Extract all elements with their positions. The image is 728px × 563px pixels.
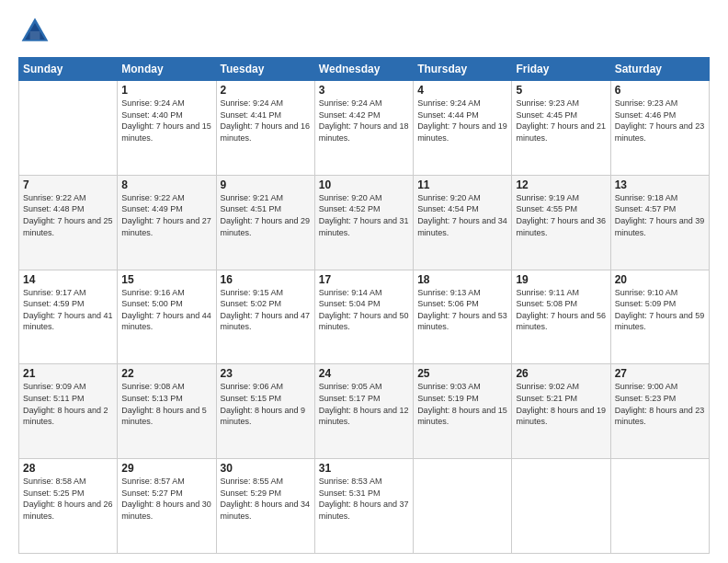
day-number: 31 — [319, 462, 409, 475]
calendar-week-row: 21Sunrise: 9:09 AMSunset: 5:11 PMDayligh… — [19, 364, 710, 459]
calendar-day-cell: 21Sunrise: 9:09 AMSunset: 5:11 PMDayligh… — [19, 364, 118, 459]
calendar-day-cell: 12Sunrise: 9:19 AMSunset: 4:55 PMDayligh… — [512, 175, 610, 270]
day-info: Sunrise: 9:17 AMSunset: 4:59 PMDaylight:… — [23, 287, 113, 333]
weekday-header-sunday: Sunday — [19, 58, 118, 81]
day-number: 17 — [319, 273, 409, 286]
day-number: 26 — [516, 367, 606, 380]
calendar-day-cell: 6Sunrise: 9:23 AMSunset: 4:46 PMDaylight… — [610, 81, 709, 176]
calendar-week-row: 14Sunrise: 9:17 AMSunset: 4:59 PMDayligh… — [19, 270, 710, 364]
day-info: Sunrise: 9:03 AMSunset: 5:19 PMDaylight:… — [417, 381, 507, 427]
day-number: 8 — [121, 178, 211, 191]
day-info: Sunrise: 9:20 AMSunset: 4:52 PMDaylight:… — [319, 192, 409, 238]
calendar-day-cell: 20Sunrise: 9:10 AMSunset: 5:09 PMDayligh… — [610, 270, 709, 364]
day-info: Sunrise: 9:24 AMSunset: 4:42 PMDaylight:… — [319, 98, 409, 144]
day-info: Sunrise: 9:24 AMSunset: 4:41 PMDaylight:… — [221, 98, 311, 144]
calendar-day-cell: 8Sunrise: 9:22 AMSunset: 4:49 PMDaylight… — [118, 175, 216, 270]
calendar-day-cell: 25Sunrise: 9:03 AMSunset: 5:19 PMDayligh… — [414, 364, 512, 459]
day-number: 15 — [121, 273, 211, 286]
day-info: Sunrise: 9:24 AMSunset: 4:44 PMDaylight:… — [417, 98, 507, 144]
day-number: 13 — [615, 178, 705, 191]
day-info: Sunrise: 9:22 AMSunset: 4:49 PMDaylight:… — [121, 192, 211, 238]
calendar-table: SundayMondayTuesdayWednesdayThursdayFrid… — [18, 57, 710, 554]
calendar-day-cell: 4Sunrise: 9:24 AMSunset: 4:44 PMDaylight… — [414, 81, 512, 176]
day-number: 9 — [221, 178, 311, 191]
calendar-day-cell: 24Sunrise: 9:05 AMSunset: 5:17 PMDayligh… — [314, 364, 413, 459]
calendar-day-cell: 2Sunrise: 9:24 AMSunset: 4:41 PMDaylight… — [216, 81, 314, 176]
day-info: Sunrise: 8:55 AMSunset: 5:29 PMDaylight:… — [221, 476, 311, 522]
calendar-day-cell: 10Sunrise: 9:20 AMSunset: 4:52 PMDayligh… — [314, 175, 413, 270]
calendar-empty-cell — [512, 459, 610, 554]
day-number: 12 — [516, 178, 606, 191]
day-info: Sunrise: 9:16 AMSunset: 5:00 PMDaylight:… — [121, 287, 211, 333]
calendar-week-row: 1Sunrise: 9:24 AMSunset: 4:40 PMDaylight… — [19, 81, 710, 176]
day-info: Sunrise: 9:05 AMSunset: 5:17 PMDaylight:… — [319, 381, 409, 427]
calendar-week-row: 28Sunrise: 8:58 AMSunset: 5:25 PMDayligh… — [19, 459, 710, 554]
day-info: Sunrise: 9:00 AMSunset: 5:23 PMDaylight:… — [615, 381, 705, 427]
day-number: 22 — [121, 367, 211, 380]
day-number: 5 — [516, 84, 606, 97]
day-info: Sunrise: 9:24 AMSunset: 4:40 PMDaylight:… — [121, 98, 211, 144]
calendar-day-cell: 19Sunrise: 9:11 AMSunset: 5:08 PMDayligh… — [512, 270, 610, 364]
calendar-empty-cell — [610, 459, 709, 554]
calendar-day-cell: 7Sunrise: 9:22 AMSunset: 4:48 PMDaylight… — [19, 175, 118, 270]
day-number: 3 — [319, 84, 409, 97]
weekday-header-tuesday: Tuesday — [216, 58, 314, 81]
day-info: Sunrise: 9:23 AMSunset: 4:46 PMDaylight:… — [615, 98, 705, 144]
calendar-empty-cell — [414, 459, 512, 554]
calendar-day-cell: 15Sunrise: 9:16 AMSunset: 5:00 PMDayligh… — [118, 270, 216, 364]
calendar-day-cell: 11Sunrise: 9:20 AMSunset: 4:54 PMDayligh… — [414, 175, 512, 270]
svg-rect-2 — [30, 31, 40, 40]
day-info: Sunrise: 9:23 AMSunset: 4:45 PMDaylight:… — [516, 98, 606, 144]
calendar-week-row: 7Sunrise: 9:22 AMSunset: 4:48 PMDaylight… — [19, 175, 710, 270]
day-info: Sunrise: 9:11 AMSunset: 5:08 PMDaylight:… — [516, 287, 606, 333]
day-number: 2 — [221, 84, 311, 97]
day-info: Sunrise: 9:14 AMSunset: 5:04 PMDaylight:… — [319, 287, 409, 333]
day-number: 24 — [319, 367, 409, 380]
day-info: Sunrise: 8:58 AMSunset: 5:25 PMDaylight:… — [23, 476, 113, 522]
page: SundayMondayTuesdayWednesdayThursdayFrid… — [0, 0, 728, 563]
day-number: 10 — [319, 178, 409, 191]
day-number: 4 — [417, 84, 507, 97]
calendar-day-cell: 28Sunrise: 8:58 AMSunset: 5:25 PMDayligh… — [19, 459, 118, 554]
calendar-day-cell: 13Sunrise: 9:18 AMSunset: 4:57 PMDayligh… — [610, 175, 709, 270]
day-info: Sunrise: 9:09 AMSunset: 5:11 PMDaylight:… — [23, 381, 113, 427]
day-info: Sunrise: 9:08 AMSunset: 5:13 PMDaylight:… — [121, 381, 211, 427]
day-number: 6 — [615, 84, 705, 97]
day-info: Sunrise: 9:22 AMSunset: 4:48 PMDaylight:… — [23, 192, 113, 238]
calendar-header-row: SundayMondayTuesdayWednesdayThursdayFrid… — [19, 58, 710, 81]
day-number: 29 — [121, 462, 211, 475]
day-info: Sunrise: 9:18 AMSunset: 4:57 PMDaylight:… — [615, 192, 705, 238]
calendar-day-cell: 3Sunrise: 9:24 AMSunset: 4:42 PMDaylight… — [314, 81, 413, 176]
day-number: 19 — [516, 273, 606, 286]
day-number: 14 — [23, 273, 113, 286]
calendar-day-cell: 9Sunrise: 9:21 AMSunset: 4:51 PMDaylight… — [216, 175, 314, 270]
day-info: Sunrise: 9:20 AMSunset: 4:54 PMDaylight:… — [417, 192, 507, 238]
day-number: 30 — [221, 462, 311, 475]
day-info: Sunrise: 9:06 AMSunset: 5:15 PMDaylight:… — [221, 381, 311, 427]
day-number: 1 — [121, 84, 211, 97]
calendar-day-cell: 5Sunrise: 9:23 AMSunset: 4:45 PMDaylight… — [512, 81, 610, 176]
day-number: 7 — [23, 178, 113, 191]
calendar-day-cell: 23Sunrise: 9:06 AMSunset: 5:15 PMDayligh… — [216, 364, 314, 459]
weekday-header-wednesday: Wednesday — [314, 58, 413, 81]
weekday-header-monday: Monday — [118, 58, 216, 81]
calendar-day-cell: 16Sunrise: 9:15 AMSunset: 5:02 PMDayligh… — [216, 270, 314, 364]
calendar-day-cell: 30Sunrise: 8:55 AMSunset: 5:29 PMDayligh… — [216, 459, 314, 554]
weekday-header-friday: Friday — [512, 58, 610, 81]
logo-icon — [18, 15, 51, 48]
calendar-day-cell: 27Sunrise: 9:00 AMSunset: 5:23 PMDayligh… — [610, 364, 709, 459]
day-number: 21 — [23, 367, 113, 380]
day-number: 25 — [417, 367, 507, 380]
day-info: Sunrise: 9:15 AMSunset: 5:02 PMDaylight:… — [221, 287, 311, 333]
calendar-day-cell: 29Sunrise: 8:57 AMSunset: 5:27 PMDayligh… — [118, 459, 216, 554]
day-info: Sunrise: 8:53 AMSunset: 5:31 PMDaylight:… — [319, 476, 409, 522]
calendar-day-cell: 1Sunrise: 9:24 AMSunset: 4:40 PMDaylight… — [118, 81, 216, 176]
day-info: Sunrise: 9:13 AMSunset: 5:06 PMDaylight:… — [417, 287, 507, 333]
calendar-day-cell: 17Sunrise: 9:14 AMSunset: 5:04 PMDayligh… — [314, 270, 413, 364]
day-number: 23 — [221, 367, 311, 380]
logo — [18, 15, 55, 48]
day-info: Sunrise: 9:10 AMSunset: 5:09 PMDaylight:… — [615, 287, 705, 333]
day-info: Sunrise: 8:57 AMSunset: 5:27 PMDaylight:… — [121, 476, 211, 522]
weekday-header-saturday: Saturday — [610, 58, 709, 81]
calendar-day-cell: 14Sunrise: 9:17 AMSunset: 4:59 PMDayligh… — [19, 270, 118, 364]
